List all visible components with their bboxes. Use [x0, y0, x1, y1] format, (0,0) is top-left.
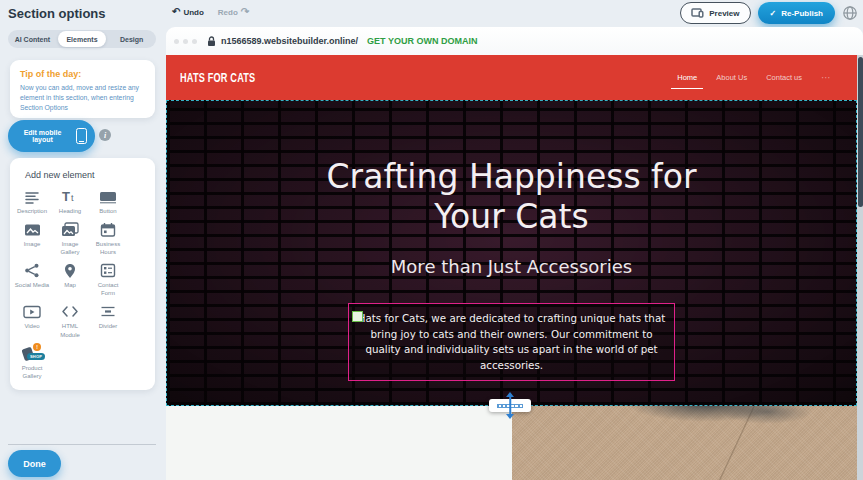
page-title: Section options [8, 6, 106, 21]
element-product-gallery[interactable]: ! SHOP Product Gallery [13, 344, 51, 380]
description-icon [24, 187, 40, 206]
tab-ai-content[interactable]: AI Content [8, 30, 57, 48]
notification-badge: ! [33, 343, 41, 351]
social-media-icon [24, 261, 40, 280]
element-label: Description [17, 207, 47, 215]
heading-icon: T t [61, 187, 79, 206]
element-business-hours[interactable]: Business Hours [89, 220, 127, 256]
element-heading[interactable]: T t Heading [51, 187, 89, 215]
sidebar-tabbar: AI Content Elements Design [8, 30, 156, 48]
element-label: Heading [59, 207, 81, 215]
section-resize-handle[interactable] [489, 399, 531, 412]
resize-arrow-up-icon [506, 392, 514, 397]
preview-scrollbar-track[interactable] [857, 55, 863, 480]
check-icon: ✓ [770, 9, 777, 18]
svg-text:t: t [71, 193, 74, 203]
map-icon [64, 261, 76, 280]
element-html-module[interactable]: HTML Module [51, 302, 89, 338]
site-nav: Home About Us Contact us ⋯ [677, 55, 831, 100]
tab-design[interactable]: Design [107, 30, 156, 48]
element-description[interactable]: Description [13, 187, 51, 215]
nav-item-contact[interactable]: Contact us [766, 73, 802, 82]
button-icon [99, 187, 117, 206]
sidebar-divider [8, 444, 156, 445]
element-label: Map [64, 281, 76, 289]
edit-mobile-label: Edit mobile layout [17, 129, 69, 143]
element-map[interactable]: Map [51, 261, 89, 297]
nav-more-icon[interactable]: ⋯ [821, 72, 831, 83]
done-button[interactable]: Done [8, 450, 61, 477]
element-video[interactable]: Video [13, 302, 51, 338]
shop-badge: SHOP [27, 353, 45, 360]
site-logo[interactable]: HATS FOR CATS [180, 70, 255, 84]
element-image-gallery[interactable]: Image Gallery [51, 220, 89, 256]
window-dots-icon [174, 39, 197, 44]
info-icon[interactable]: i [99, 129, 111, 141]
nav-item-home[interactable]: Home [677, 73, 697, 82]
tab-elements[interactable]: Elements [58, 31, 107, 47]
element-label: Button [99, 207, 116, 215]
lock-icon [207, 36, 216, 47]
element-grid: Description T t Heading Button [13, 187, 155, 380]
tip-title: Tip of the day: [20, 69, 145, 79]
topbar-actions: Preview ✓ Re-Publish [680, 2, 858, 24]
tip-body: Now you can add, move and resize any ele… [20, 83, 145, 114]
hero-heading[interactable]: Crafting Happiness for Your Cats [292, 157, 732, 236]
globe-icon[interactable] [842, 5, 858, 21]
site-url[interactable]: n1566589.websitebuilder.online/ [221, 36, 358, 46]
browser-chrome: n1566589.websitebuilder.online/ GET YOUR… [166, 27, 863, 55]
redo-button[interactable]: Redo ↷ [218, 7, 249, 17]
preview-button[interactable]: Preview [680, 2, 750, 24]
hero-section[interactable]: Crafting Happiness for Your Cats More th… [166, 100, 857, 406]
business-hours-icon [100, 220, 116, 239]
element-label: Product Gallery [14, 364, 50, 380]
preview-label: Preview [709, 9, 739, 18]
resize-arrow-down-icon [506, 414, 514, 419]
add-element-panel: Add new element Description T t Heading [10, 158, 155, 390]
svg-text:T: T [62, 189, 70, 204]
html-module-icon [61, 302, 79, 321]
element-image[interactable]: Image [13, 220, 51, 256]
divider-icon [100, 302, 116, 321]
element-social-media[interactable]: Social Media [13, 261, 51, 297]
element-label: Divider [99, 322, 118, 330]
hero-subheading[interactable]: More than Just Accessories [167, 256, 856, 277]
element-label: Contact Form [90, 281, 126, 297]
republish-label: Re-Publish [781, 9, 823, 18]
product-gallery-icon: ! SHOP [22, 344, 42, 363]
image-gallery-icon [61, 220, 79, 239]
devices-icon [691, 8, 704, 18]
edit-mobile-layout-button[interactable]: Edit mobile layout [8, 120, 95, 152]
element-label: Image Gallery [52, 240, 88, 256]
tip-of-the-day-card: Tip of the day: Now you can add, move an… [10, 60, 155, 118]
redo-icon: ↷ [241, 7, 249, 17]
element-label: Image [24, 240, 41, 248]
preview-scrollbar-thumb[interactable] [858, 57, 863, 207]
element-contact-form[interactable]: Contact Form [89, 261, 127, 297]
video-icon [23, 302, 41, 321]
add-element-title: Add new element [25, 170, 155, 180]
contact-form-icon [100, 261, 116, 280]
site-preview: n1566589.websitebuilder.online/ GET YOUR… [166, 27, 863, 480]
republish-button[interactable]: ✓ Re-Publish [758, 2, 835, 24]
get-domain-link[interactable]: GET YOUR OWN DOMAIN [367, 36, 477, 46]
element-button[interactable]: Button [89, 187, 127, 215]
resize-stem [509, 396, 511, 415]
element-label: HTML Module [52, 322, 88, 338]
drag-handle[interactable] [352, 311, 363, 322]
undo-button[interactable]: ↶ Undo [172, 7, 204, 17]
image-icon [24, 220, 41, 239]
phone-icon [76, 128, 87, 144]
element-divider[interactable]: Divider [89, 302, 127, 338]
hero-paragraph-selected[interactable]: Hats for Cats, we are dedicated to craft… [348, 303, 675, 381]
hero-paragraph-text: Hats for Cats, we are dedicated to craft… [358, 312, 665, 370]
redo-label: Redo [218, 8, 238, 17]
undo-icon: ↶ [172, 7, 180, 17]
undo-label: Undo [183, 8, 203, 17]
element-label: Video [24, 322, 39, 330]
element-label: Business Hours [90, 240, 126, 256]
element-label: Social Media [15, 281, 49, 289]
undo-redo-group: ↶ Undo Redo ↷ [172, 7, 249, 17]
carpet-photo [512, 406, 857, 480]
nav-item-about[interactable]: About Us [716, 73, 747, 82]
